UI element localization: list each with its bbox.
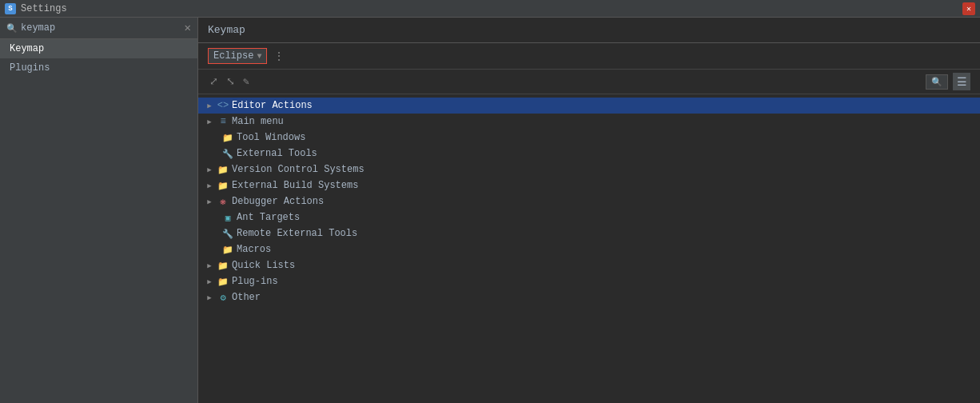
close-button[interactable]: ✕: [962, 2, 975, 15]
tree-icon-debugger: ❋: [217, 196, 229, 207]
sidebar-search-input[interactable]: [21, 22, 181, 34]
tree-icon-external-tools: 🔧: [222, 148, 233, 159]
tree-label-external-tools: External Tools: [237, 148, 317, 159]
tree-item-quick-lists[interactable]: ▶ 📁 Quick Lists: [198, 257, 980, 273]
tree-icon-version-control: 📁: [217, 164, 229, 175]
tree-label-tool-windows: Tool Windows: [237, 132, 305, 143]
tree-search-box: 🔍: [926, 74, 948, 90]
title-bar-left: S Settings: [5, 3, 67, 14]
sidebar-item-keymap-label: Keymap: [10, 43, 44, 54]
tree-item-editor-actions[interactable]: ▶ <> Editor Actions: [198, 98, 980, 114]
sidebar-search-bar: 🔍 ✕: [0, 18, 197, 39]
keymap-tree: ▶ <> Editor Actions ▶ ≡ Main menu 📁 Tool…: [198, 94, 980, 403]
edit-button[interactable]: ✎: [241, 74, 251, 90]
scheme-dropdown[interactable]: Eclipse ▼: [208, 48, 267, 64]
tree-item-main-menu[interactable]: ▶ ≡ Main menu: [198, 114, 980, 130]
tree-icon-other: ⚙: [217, 292, 229, 303]
sidebar-item-plugins[interactable]: Plugins: [0, 58, 197, 78]
tree-icon-remote-ext-tools: 🔧: [222, 228, 233, 239]
sidebar-search-clear[interactable]: ✕: [185, 22, 191, 34]
tree-label-ant-targets: Ant Targets: [237, 212, 300, 223]
tree-label-external-build: External Build Systems: [232, 180, 358, 191]
sidebar-item-keymap[interactable]: Keymap: [0, 39, 197, 58]
tree-icon-quick-lists: 📁: [217, 260, 229, 271]
tree-icon-ant-targets: ▣: [222, 212, 233, 223]
tree-search-icon: 🔍: [931, 77, 942, 87]
tree-item-remote-ext-tools[interactable]: 🔧 Remote External Tools: [198, 225, 980, 241]
tree-label-remote-ext-tools: Remote External Tools: [237, 228, 357, 239]
scheme-name: Eclipse: [213, 50, 253, 62]
tree-arrow-version-control: ▶: [205, 165, 214, 174]
tree-arrow-editor-actions: ▶: [205, 101, 214, 110]
tree-arrow-quick-lists: ▶: [205, 261, 214, 270]
app-icon: S: [5, 3, 16, 14]
actions-toolbar: ⤢ ⤡ ✎ 🔍 ☰: [198, 70, 980, 94]
tree-item-plug-ins[interactable]: ▶ 📁 Plug-ins: [198, 273, 980, 289]
tree-item-external-tools[interactable]: 🔧 External Tools: [198, 146, 980, 162]
main-container: 🔍 ✕ Keymap Plugins Keymap Eclipse ▼ ⋮ ⤢ …: [0, 18, 980, 403]
content-area: Keymap Eclipse ▼ ⋮ ⤢ ⤡ ✎ 🔍 ☰ ▶: [198, 18, 980, 403]
keymap-title: Keymap: [208, 24, 245, 36]
tree-label-version-control: Version Control Systems: [232, 164, 365, 175]
expand-all-button[interactable]: ⤢: [208, 74, 220, 90]
collapse-all-button[interactable]: ⤡: [225, 74, 237, 90]
tree-label-other: Other: [232, 292, 261, 303]
tree-arrow-debugger: ▶: [205, 197, 214, 206]
tree-item-version-control[interactable]: ▶ 📁 Version Control Systems: [198, 162, 980, 178]
tree-icon-macros: 📁: [222, 244, 233, 255]
tree-arrow-main-menu: ▶: [205, 117, 214, 126]
keymap-header: Keymap: [198, 18, 980, 43]
tree-label-plug-ins: Plug-ins: [232, 276, 278, 287]
sidebar-search-icon: 🔍: [6, 23, 18, 34]
dropdown-arrow-icon: ▼: [257, 52, 261, 61]
sidebar: 🔍 ✕ Keymap Plugins: [0, 18, 198, 403]
tree-item-ant-targets[interactable]: ▣ Ant Targets: [198, 209, 980, 225]
window-title: Settings: [21, 3, 67, 14]
tree-icon-plug-ins: 📁: [217, 276, 229, 287]
tree-label-main-menu: Main menu: [232, 116, 284, 127]
tree-icon-main-menu: ≡: [217, 116, 229, 127]
tree-label-editor-actions: Editor Actions: [232, 100, 313, 111]
tree-item-tool-windows[interactable]: 📁 Tool Windows: [198, 130, 980, 146]
tree-icon-editor-actions: <>: [217, 100, 229, 111]
keymap-toolbar: Eclipse ▼ ⋮: [198, 43, 980, 70]
more-options-button[interactable]: ⋮: [273, 50, 286, 63]
tree-item-macros[interactable]: 📁 Macros: [198, 241, 980, 257]
settings-button[interactable]: ☰: [953, 73, 970, 90]
tree-icon-external-build: 📁: [217, 180, 229, 191]
tree-label-quick-lists: Quick Lists: [232, 260, 295, 271]
tree-item-debugger[interactable]: ▶ ❋ Debugger Actions: [198, 194, 980, 209]
title-bar: S Settings ✕: [0, 0, 980, 18]
tree-arrow-other: ▶: [205, 293, 214, 302]
tree-item-other[interactable]: ▶ ⚙ Other: [198, 289, 980, 305]
tree-item-external-build[interactable]: ▶ 📁 External Build Systems: [198, 178, 980, 194]
tree-arrow-plug-ins: ▶: [205, 277, 214, 286]
sidebar-item-plugins-label: Plugins: [10, 62, 50, 74]
tree-label-debugger: Debugger Actions: [232, 196, 324, 207]
tree-icon-tool-windows: 📁: [222, 132, 233, 143]
tree-label-macros: Macros: [237, 244, 271, 255]
tree-arrow-external-build: ▶: [205, 181, 214, 190]
